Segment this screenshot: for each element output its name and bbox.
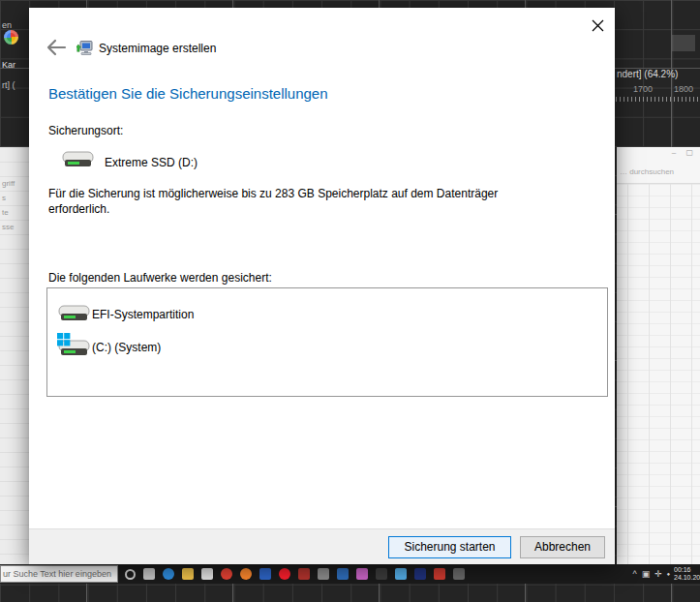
panel-text-fragment: griff <box>0 176 29 191</box>
drives-list[interactable]: EFI-Systempartition (C:) (System) <box>46 287 608 397</box>
close-icon <box>592 19 604 32</box>
note-line: Für die Sicherung ist möglicherweise bis… <box>48 186 498 201</box>
app-gray-icon[interactable] <box>318 568 329 580</box>
close-button[interactable] <box>589 16 606 34</box>
list-item[interactable]: (C:) (System) <box>47 330 607 363</box>
drive-name: EFI-Systempartition <box>92 308 194 321</box>
taskbar-tray: ^ ▣ ✛ ⬩ <box>632 569 670 580</box>
opera-icon[interactable] <box>279 568 290 580</box>
tray-icon[interactable]: ✛ <box>654 569 662 579</box>
drive-icon <box>61 148 96 174</box>
panel-text-fragment: sse <box>0 220 29 234</box>
app-lightblue-icon[interactable] <box>395 568 407 580</box>
back-button[interactable] <box>46 39 67 56</box>
taskbar-search-input[interactable]: ur Suche Text hier eingeben <box>0 565 118 583</box>
search-field-fragment: … durchsuchen <box>620 167 674 176</box>
taskbar-clock[interactable]: 00:16 24.10.20 <box>674 566 700 582</box>
app-blue-icon[interactable] <box>259 568 271 580</box>
app-darkred-icon[interactable] <box>298 568 310 580</box>
start-backup-button[interactable]: Sicherung starten <box>388 536 511 558</box>
editor-title-fragment: ndert] (64.2%) <box>617 69 678 79</box>
clock-time: 00:16 <box>674 566 700 574</box>
app-dark-icon[interactable] <box>376 568 387 580</box>
tray-icon[interactable]: ⬩ <box>667 569 670 580</box>
background-right-window: – ▢ … durchsuchen <box>617 147 700 564</box>
cortana-icon[interactable] <box>125 569 136 580</box>
hidden-icons-chevron[interactable]: ^ <box>632 569 636 579</box>
app-steelblue-icon[interactable] <box>337 568 349 580</box>
ruler-tick-label: 1700 <box>633 84 653 94</box>
system-image-icon <box>76 40 93 56</box>
system-drive-icon <box>57 335 92 361</box>
tray-icon[interactable]: ▣ <box>642 569 651 579</box>
bg-text-fragment: rt] ( <box>2 80 15 90</box>
app-navy-icon[interactable] <box>414 568 426 580</box>
ruler-ticks <box>616 97 700 102</box>
drive-name: (C:) (System) <box>92 341 161 354</box>
bg-text-fragment: Kar <box>2 60 15 70</box>
space-required-note: Für die Sicherung ist möglicherweise bis… <box>48 186 498 217</box>
app-pink-icon[interactable] <box>356 568 368 580</box>
back-arrow-icon <box>46 39 67 56</box>
dialog-button-bar: Sicherung starten Abbrechen <box>29 528 615 564</box>
grid-highlight-cell <box>672 35 695 51</box>
spreadsheet-grid <box>617 183 700 564</box>
backup-location-label: Sicherungsort: <box>48 124 123 137</box>
dialog-title: Systemimage erstellen <box>99 42 216 55</box>
chrome-icon[interactable] <box>221 568 232 580</box>
drives-list-label: Die folgenden Laufwerke werden gesichert… <box>48 271 272 285</box>
clock-date: 24.10.20 <box>674 574 700 582</box>
window-controls: – ▢ <box>672 148 697 157</box>
list-item[interactable]: EFI-Systempartition <box>47 297 607 330</box>
photos-icon[interactable] <box>201 568 213 580</box>
taskview-icon[interactable] <box>143 568 155 580</box>
page-title: Bestätigen Sie die Sicherungseinstellung… <box>48 85 328 102</box>
firefox-icon[interactable] <box>240 568 252 580</box>
drive-icon <box>57 302 92 328</box>
panel-text-fragment: s <box>0 191 29 205</box>
chrome-icon <box>4 30 18 45</box>
panel-text-fragment: te <box>0 205 29 220</box>
system-image-dialog: Systemimage erstellen Bestätigen Sie die… <box>29 8 615 564</box>
taskbar: ur Suche Text hier eingeben ^ ▣ ✛ ⬩ 00:1… <box>0 564 700 584</box>
taskbar-icons <box>125 568 465 580</box>
backup-location-value: Extreme SSD (D:) <box>105 156 198 169</box>
cancel-button[interactable]: Abbrechen <box>520 536 605 558</box>
ruler-tick-label: 1800 <box>674 84 693 94</box>
app-slate-icon[interactable] <box>453 568 465 580</box>
edge-icon[interactable] <box>163 568 174 580</box>
explorer-icon[interactable] <box>182 568 194 580</box>
app-red-icon[interactable] <box>434 568 445 580</box>
bg-text-fragment: en <box>2 20 12 30</box>
note-line: erforderlich. <box>48 201 498 217</box>
background-left-panel: griff s te sse <box>0 147 29 564</box>
